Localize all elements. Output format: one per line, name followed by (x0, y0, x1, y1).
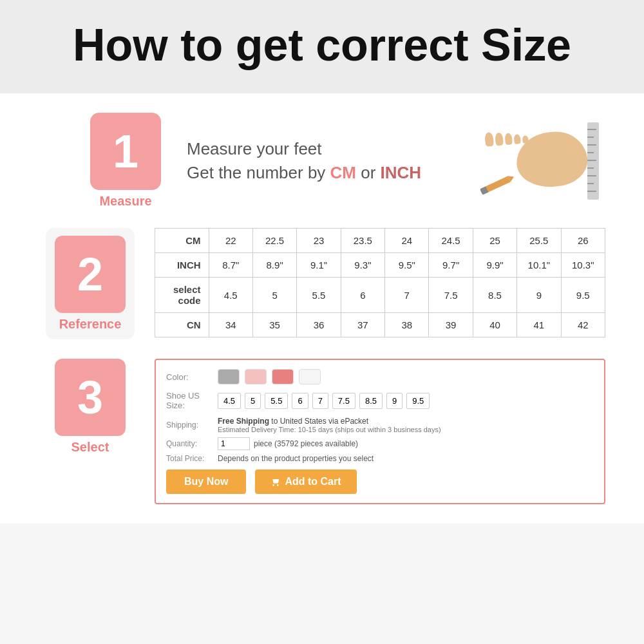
table-row: INCH8.7"8.9"9.1"9.3"9.5"9.7"9.9"10.1"10.… (155, 253, 605, 278)
title-bold: Size (481, 20, 571, 70)
step3-badge-container: 3 Select (39, 359, 142, 455)
foot-illustration (477, 119, 605, 203)
shipping-label: Shipping: (166, 421, 218, 430)
pencil-icon (478, 173, 511, 197)
color-swatch-white[interactable] (299, 369, 321, 384)
step1-or: or (356, 163, 381, 182)
color-row: Color: (166, 369, 594, 384)
size-option-button[interactable]: 6 (292, 393, 308, 409)
color-label: Color: (166, 372, 218, 382)
table-row: select code4.555.5677.58.599.5 (155, 278, 605, 313)
table-row: CN343536373839404142 (155, 313, 605, 337)
color-options (218, 369, 321, 384)
shipping-strong: Free Shipping (218, 417, 269, 426)
product-form: Color: Shoe US Size: 4.555.5677.58.599.5… (155, 359, 605, 504)
step3-badge: 3 (55, 359, 126, 436)
title-normal: How to get correct (73, 20, 481, 70)
shipping-row: Shipping: Free Shipping to United States… (166, 417, 594, 433)
step1-cm: CM (330, 163, 356, 182)
size-option-button[interactable]: 4.5 (218, 393, 241, 409)
main-content: 1 Measure Measure your feet Get the numb… (0, 93, 644, 524)
step2-badge-box: 2 Reference (46, 228, 135, 339)
step1-number: 1 (113, 128, 138, 175)
shipping-detail: to United States via ePacket (269, 417, 368, 426)
size-option-button[interactable]: 5.5 (265, 393, 288, 409)
color-swatch-gray[interactable] (218, 369, 240, 384)
price-label: Total Price: (166, 454, 218, 463)
step2-number: 2 (77, 251, 103, 298)
step2-section: 2 Reference CM2222.52323.52424.52525.526… (39, 228, 605, 339)
buy-now-button[interactable]: Buy Now (166, 469, 246, 494)
btn-row: Buy Now Add to Cart (166, 469, 594, 494)
page-title: How to get correct Size (13, 19, 631, 71)
price-row: Total Price: Depends on the product prop… (166, 454, 594, 463)
header-section: How to get correct Size (0, 0, 644, 93)
step3-section: 3 Select Color: Shoe US Size: 4.555.5677… (39, 359, 605, 504)
table-row: CM2222.52323.52424.52525.526 (155, 229, 605, 253)
cart-button-label: Add to Cart (285, 476, 341, 488)
qty-detail: piece (35792 pieces available) (254, 439, 358, 448)
qty-row: Quantity: piece (35792 pieces available) (166, 437, 594, 450)
shipping-text: Free Shipping to United States via ePack… (218, 417, 441, 426)
size-option-button[interactable]: 7.5 (332, 393, 355, 409)
size-option-button[interactable]: 9.5 (406, 393, 430, 409)
ruler (587, 122, 599, 200)
size-options[interactable]: 4.555.5677.58.599.5 (218, 393, 430, 409)
toes (484, 129, 529, 147)
price-text: Depends on the product properties you se… (218, 454, 374, 463)
qty-input[interactable] (218, 437, 250, 450)
cart-icon (270, 477, 281, 487)
size-label: Shoe US Size: (166, 391, 218, 410)
step1-badge-container: 1 Measure (90, 113, 161, 209)
step2-label: Reference (59, 317, 122, 332)
step1-section: 1 Measure Measure your feet Get the numb… (39, 113, 605, 209)
step1-inch: INCH (381, 163, 422, 182)
size-row: Shoe US Size: 4.555.5677.58.599.5 (166, 391, 594, 410)
step2-badge: 2 (55, 236, 126, 313)
add-to-cart-button[interactable]: Add to Cart (255, 469, 356, 494)
step1-line2: Get the number by CM or INCH (187, 163, 421, 183)
step3-label: Select (71, 440, 109, 455)
shipping-info: Free Shipping to United States via ePack… (218, 417, 441, 433)
step1-instructions: Measure your feet Get the number by CM o… (187, 139, 421, 183)
size-option-button[interactable]: 8.5 (359, 393, 383, 409)
step2-badge-container: 2 Reference (39, 228, 142, 339)
qty-label: Quantity: (166, 439, 218, 448)
color-swatch-salmon[interactable] (272, 369, 294, 384)
delivery-text: Estimated Delivery Time: 10-15 days (shi… (218, 426, 441, 433)
step1-label: Measure (99, 194, 151, 209)
size-option-button[interactable]: 7 (312, 393, 328, 409)
step1-line1: Measure your feet (187, 139, 421, 159)
step3-number: 3 (77, 374, 103, 421)
step1-badge: 1 (90, 113, 161, 190)
color-swatch-lightpink[interactable] (245, 369, 267, 384)
size-option-button[interactable]: 5 (245, 393, 261, 409)
step1-line2-prefix: Get the number by (187, 163, 330, 182)
size-option-button[interactable]: 9 (386, 393, 402, 409)
size-table: CM2222.52323.52424.52525.526INCH8.7"8.9"… (155, 228, 605, 337)
